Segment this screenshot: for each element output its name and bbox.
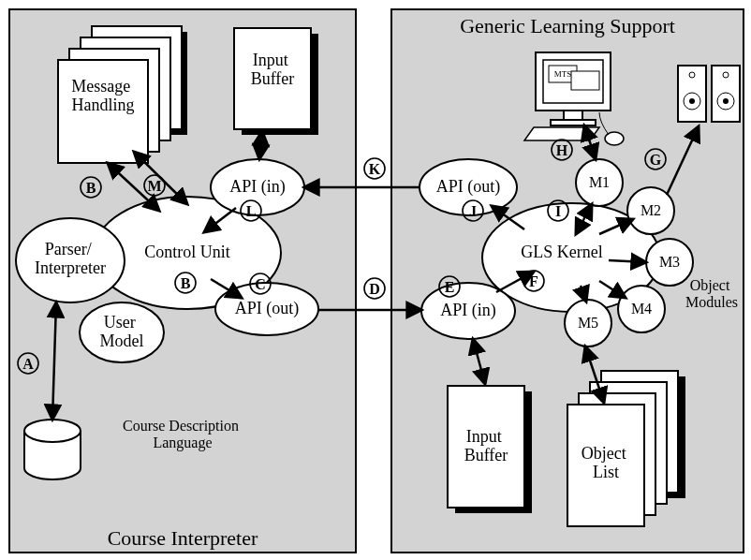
letter-K: K bbox=[364, 158, 385, 179]
user-model-label: User Model bbox=[100, 313, 144, 350]
api-in-right-label: API (in) bbox=[440, 301, 496, 320]
svg-rect-17 bbox=[571, 71, 599, 90]
right-input-buffer: Input Buffer bbox=[448, 386, 532, 513]
m3-label: M3 bbox=[659, 254, 680, 270]
svg-rect-19 bbox=[678, 66, 706, 122]
control-unit-label: Control Unit bbox=[144, 243, 230, 261]
message-handling-label: Message Handling bbox=[71, 77, 134, 114]
cdl-cylinder bbox=[24, 420, 81, 479]
svg-text:G: G bbox=[650, 152, 662, 168]
m1-label: M1 bbox=[589, 174, 610, 190]
svg-rect-15 bbox=[551, 120, 596, 125]
svg-text:J: J bbox=[469, 203, 477, 219]
svg-point-26 bbox=[723, 98, 729, 104]
left-title: Course Interpreter bbox=[108, 526, 258, 550]
svg-rect-23 bbox=[712, 66, 740, 122]
left-input-buffer-label: Input Buffer bbox=[251, 51, 295, 88]
m5-label: M5 bbox=[578, 315, 598, 331]
svg-text:C: C bbox=[255, 276, 266, 292]
api-out-left-label: API (out) bbox=[235, 299, 300, 318]
parser-label: Parser/ Interpreter bbox=[35, 240, 106, 277]
svg-text:D: D bbox=[369, 281, 380, 297]
left-input-buffer: Input Buffer bbox=[234, 28, 318, 135]
svg-text:H: H bbox=[556, 142, 568, 158]
right-input-buffer-label: Input Buffer bbox=[464, 427, 508, 464]
svg-point-11 bbox=[24, 420, 81, 442]
m2-label: M2 bbox=[641, 202, 661, 218]
letter-D: D bbox=[364, 278, 385, 299]
mts-label: MTS bbox=[554, 69, 572, 79]
svg-text:I: I bbox=[555, 203, 561, 219]
svg-text:F: F bbox=[529, 273, 538, 289]
api-in-left-label: API (in) bbox=[229, 177, 286, 197]
gls-kernel-label: GLS Kernel bbox=[521, 243, 602, 261]
object-modules-label: Object Modules bbox=[685, 277, 738, 310]
svg-text:M: M bbox=[147, 178, 161, 194]
svg-text:A: A bbox=[22, 356, 34, 372]
svg-text:B: B bbox=[86, 180, 96, 196]
svg-text:B: B bbox=[181, 275, 191, 291]
svg-text:K: K bbox=[369, 161, 381, 177]
svg-rect-14 bbox=[564, 111, 582, 120]
right-title: Generic Learning Support bbox=[460, 14, 675, 37]
m4-label: M4 bbox=[631, 301, 652, 317]
api-out-right-label: API (out) bbox=[436, 177, 501, 197]
svg-point-22 bbox=[689, 98, 695, 104]
svg-text:E: E bbox=[445, 279, 455, 295]
svg-text:L: L bbox=[246, 203, 257, 219]
